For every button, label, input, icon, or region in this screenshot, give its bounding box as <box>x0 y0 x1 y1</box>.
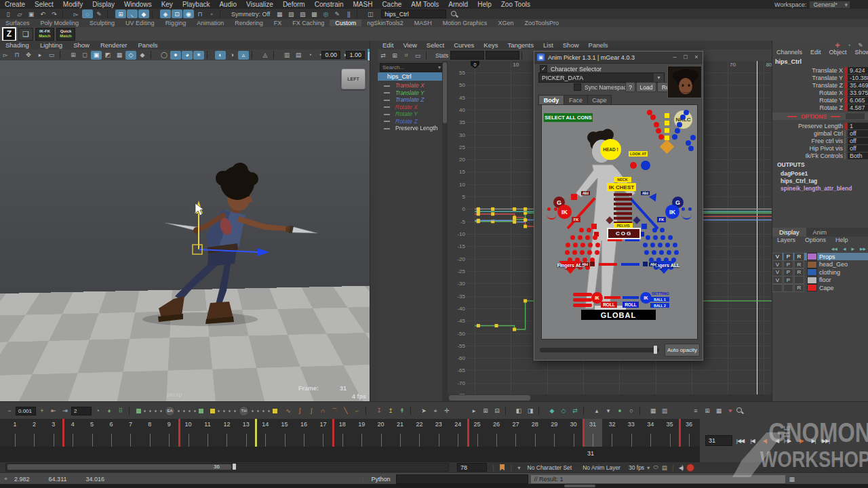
picker-dot-button[interactable] <box>650 115 656 120</box>
command-input[interactable] <box>396 474 528 484</box>
menu-am-tools[interactable]: AM Tools <box>406 1 443 8</box>
cb-attr-row[interactable]: Rotate Y6.065 <box>772 96 868 104</box>
shelf-tab-fx[interactable]: FX <box>269 20 288 26</box>
grid-icon[interactable]: ⊞ <box>702 407 713 415</box>
ge-channel-rotate-y[interactable]: Rotate Y <box>378 110 442 118</box>
right-finger-dot-button[interactable] <box>660 228 665 232</box>
menu-modify[interactable]: Modify <box>58 1 87 8</box>
cb-attr-row[interactable]: Rotate X33.975 <box>772 89 868 96</box>
key-down-icon[interactable]: ▾ <box>603 407 614 415</box>
script-editor-icon[interactable]: ▦ <box>789 476 795 483</box>
shelf-tab-sculpting[interactable]: Sculpting <box>84 20 120 26</box>
picker-dot-button[interactable] <box>658 134 664 140</box>
step-value-field[interactable]: 2 <box>71 407 92 415</box>
grid-toggle-icon[interactable]: ⊞ <box>68 51 79 60</box>
ge-channel-rotate-z[interactable]: Rotate Z <box>378 118 442 125</box>
ge-channel-preserve-length[interactable]: Preserve Length <box>378 125 442 132</box>
aa-icon[interactable]: ▵ <box>238 51 249 60</box>
layer-arrow-icon--[interactable]: ▸ <box>851 245 854 252</box>
cb-output-node[interactable]: dagPose1 <box>781 170 808 177</box>
layer-color-swatch[interactable] <box>807 284 817 291</box>
list-icon[interactable]: ≡ <box>690 407 701 415</box>
paste-pose-icon[interactable]: ◨ <box>525 407 536 415</box>
ge-horizontal-scrollbar[interactable] <box>448 394 772 401</box>
cb-menu-show[interactable]: Show <box>851 49 868 57</box>
lasso-select-icon[interactable]: ◌ <box>82 9 93 18</box>
select-mode-icon[interactable]: ▸ <box>469 407 479 415</box>
selection-name-field[interactable]: hips_Ctrl <box>381 9 446 18</box>
cb-attr-row[interactable]: Rotate Z4.587 <box>772 104 868 111</box>
close-icon[interactable]: × <box>692 53 701 61</box>
ge-keyframe[interactable] <box>524 207 527 211</box>
tween2-end-handle[interactable] <box>273 409 277 413</box>
ge-menu-edit[interactable]: Edit <box>378 41 398 49</box>
ikfk-match-shelf-button[interactable]: IK-FK Match <box>35 28 54 41</box>
cb-attr-value[interactable]: 35.469 <box>848 82 868 89</box>
picker-dot-button[interactable] <box>684 110 689 115</box>
picker-dot-button[interactable] <box>672 134 677 140</box>
viewport-menu-shading[interactable]: Shading <box>0 41 35 49</box>
picker-dot-button[interactable] <box>690 135 696 140</box>
range-slider-active[interactable] <box>7 464 231 470</box>
cb-menu-object[interactable]: Object <box>825 49 851 57</box>
prev-frame-button[interactable]: ◀| <box>759 435 770 446</box>
ge-keyframe[interactable] <box>513 220 516 224</box>
ge-keyframe[interactable] <box>477 210 480 214</box>
head-button[interactable]: HEAD ! <box>600 139 621 160</box>
highlight-selection-icon[interactable]: ▫ <box>206 9 217 18</box>
cb-options-divider[interactable]: OPTIONS <box>772 113 868 120</box>
open-scene-icon[interactable]: ▱ <box>14 9 25 18</box>
key-on-icon[interactable]: ● <box>614 407 625 415</box>
tab-face[interactable]: Face <box>564 95 588 105</box>
chevron-down-icon[interactable]: ▾ <box>517 464 520 471</box>
quick-match-shelf-button[interactable]: Quick Match <box>56 28 75 41</box>
left-finger-dot-button[interactable] <box>570 235 575 240</box>
right-smiley-eye[interactable] <box>682 207 685 211</box>
opacity-slider[interactable] <box>540 348 659 352</box>
ball1-button[interactable]: BALL 1 <box>650 297 669 302</box>
layer-row-cape[interactable]: RCape <box>772 284 868 291</box>
ge-menu-keys[interactable]: Keys <box>479 41 502 49</box>
layer-row-props[interactable]: VPRProps <box>772 253 868 260</box>
ge-insert-key-icon[interactable]: ⊞ <box>389 51 400 60</box>
layer-name[interactable]: Props <box>819 253 835 260</box>
picker-data-dropdown[interactable]: PICKER_DATA ▾ <box>538 73 665 83</box>
tween-linear-icon[interactable]: ╲ <box>340 407 351 415</box>
timeline-keyframe-tick[interactable] <box>679 419 681 447</box>
menu-select[interactable]: Select <box>30 1 58 8</box>
shelf-tab-fx-caching[interactable]: FX Caching <box>287 20 330 26</box>
key-lift-icon[interactable]: ↟ <box>397 407 408 415</box>
menu-cache[interactable]: Cache <box>377 1 406 8</box>
ge-channel-translate-y[interactable]: Translate Y <box>378 89 442 97</box>
shelf-tab-motion-graphics[interactable]: Motion Graphics <box>437 20 493 26</box>
cb-attr-row[interactable]: Ik/Fk ControlsBoth <box>772 152 868 159</box>
layer-arrow-icon--[interactable]: ◂ <box>843 245 846 252</box>
right-finger-dot-button[interactable] <box>659 250 664 255</box>
record-icon[interactable] <box>686 464 694 472</box>
left-hand-button[interactable] <box>591 224 597 229</box>
layer-r-toggle[interactable]: R <box>794 260 804 268</box>
lock-selection-icon[interactable]: ⊓ <box>195 9 205 18</box>
range-slider[interactable]: 36 <box>5 463 449 472</box>
spine-fk-bar-button[interactable] <box>614 217 632 220</box>
right-hand-button[interactable] <box>642 224 647 229</box>
key-back-icon[interactable]: ⇤ <box>48 407 59 415</box>
cb-object-name[interactable]: hips_Ctrl <box>775 58 802 65</box>
ge-keyframe[interactable] <box>494 324 498 327</box>
left-arm-ik-button[interactable]: IK <box>557 205 572 219</box>
layer-row-floor[interactable]: VPfloor <box>772 277 868 284</box>
panel-b-icon[interactable]: ▥ <box>659 407 670 415</box>
snap-curve-icon[interactable]: ◟ <box>127 9 138 18</box>
animation-end-field[interactable]: 78 <box>457 463 487 472</box>
right-leg-abd-button[interactable]: ABd <box>649 262 658 266</box>
pause-viewport-icon[interactable]: || <box>343 9 354 18</box>
clapboard-icon[interactable]: ▤ <box>662 464 667 471</box>
auto-opacity-button[interactable]: Auto opacity <box>665 344 700 357</box>
joints-xray-icon[interactable]: ▤ <box>293 51 304 60</box>
right-finger-dot-button[interactable] <box>673 243 677 247</box>
favorites-icon[interactable]: ♥ <box>725 407 736 415</box>
layer-r-toggle[interactable] <box>794 276 804 284</box>
ge-menu-view[interactable]: View <box>398 41 421 49</box>
ge-channel-translate-x[interactable]: Translate X <box>378 82 442 89</box>
picker-dot-button[interactable] <box>647 110 652 115</box>
